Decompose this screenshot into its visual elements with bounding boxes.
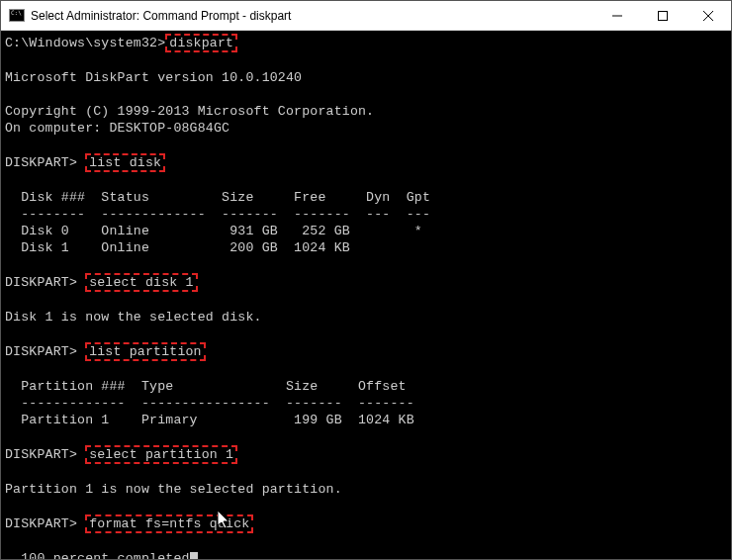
diskpart-prompt: DISKPART> (5, 516, 85, 531)
svg-rect-1 (659, 11, 668, 20)
progress-line: 100 percent completed (5, 551, 190, 559)
prompt-windows: C:\Windows\system32> (5, 36, 165, 50)
partition-table-header: Partition ### Type Size Offset (5, 379, 407, 394)
titlebar[interactable]: Select Administrator: Command Prompt - d… (1, 1, 731, 31)
command-prompt-window: Select Administrator: Command Prompt - d… (0, 0, 732, 560)
partition-table-sep: ------------- ---------------- ------- -… (5, 396, 414, 411)
cmd-list-partition: list partition (85, 342, 206, 361)
computer-line: On computer: DESKTOP-08G84GC (5, 121, 229, 136)
diskpart-prompt: DISKPART> (5, 344, 85, 359)
partition-row-1: Partition 1 Primary 199 GB 1024 KB (5, 413, 414, 427)
text-cursor (190, 552, 198, 559)
cmd-diskpart: diskpart (165, 34, 237, 52)
disk-table-header: Disk ### Status Size Free Dyn Gpt (5, 190, 430, 205)
version-line: Microsoft DiskPart version 10.0.10240 (5, 70, 302, 85)
maximize-button[interactable] (640, 1, 686, 31)
diskpart-prompt: DISKPART> (5, 447, 85, 462)
select-disk-msg: Disk 1 is now the selected disk. (5, 310, 262, 325)
cmd-select-disk: select disk 1 (85, 273, 197, 292)
cmd-icon (9, 9, 25, 22)
disk-row-0: Disk 0 Online 931 GB 252 GB * (5, 224, 422, 238)
disk-table-sep: -------- ------------- ------- ------- -… (5, 207, 430, 222)
cmd-format: format fs=ntfs quick (85, 514, 253, 533)
disk-row-1: Disk 1 Online 200 GB 1024 KB (5, 240, 350, 255)
diskpart-prompt: DISKPART> (5, 155, 85, 170)
select-partition-msg: Partition 1 is now the selected partitio… (5, 482, 342, 497)
cmd-select-partition: select partition 1 (85, 445, 237, 464)
terminal-output[interactable]: C:\Windows\system32>diskpart Microsoft D… (1, 31, 731, 559)
cmd-list-disk: list disk (85, 153, 165, 172)
copyright-line: Copyright (C) 1999-2013 Microsoft Corpor… (5, 104, 374, 119)
minimize-button[interactable] (595, 1, 640, 31)
close-button[interactable] (686, 1, 731, 31)
window-title: Select Administrator: Command Prompt - d… (31, 9, 291, 23)
diskpart-prompt: DISKPART> (5, 275, 85, 290)
